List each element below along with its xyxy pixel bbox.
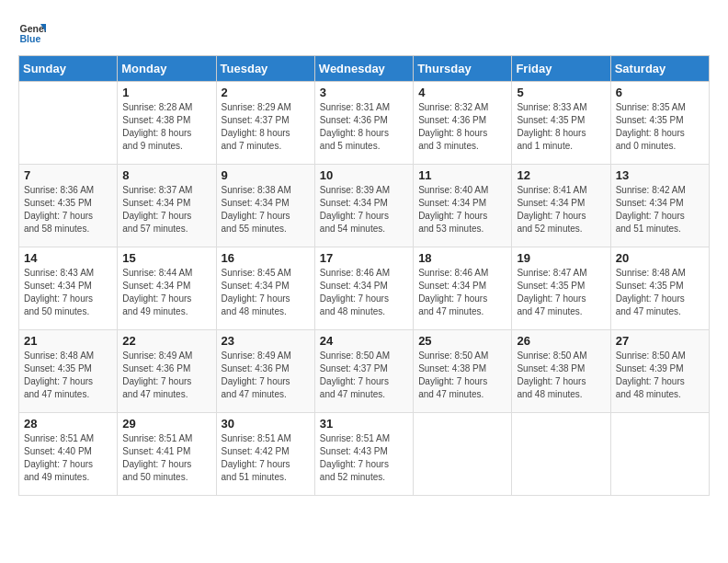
day-number: 6 xyxy=(616,86,704,99)
day-number: 13 xyxy=(616,168,704,182)
weekday-wednesday: Wednesday xyxy=(314,56,413,82)
day-number: 11 xyxy=(418,168,506,182)
day-info: Sunrise: 8:51 AM Sunset: 4:40 PM Dayligh… xyxy=(24,432,112,484)
day-info: Sunrise: 8:32 AM Sunset: 4:36 PM Dayligh… xyxy=(418,101,506,153)
calendar-cell: 19Sunrise: 8:47 AM Sunset: 4:35 PM Dayli… xyxy=(512,247,610,330)
day-number: 7 xyxy=(24,168,112,182)
day-info: Sunrise: 8:51 AM Sunset: 4:43 PM Dayligh… xyxy=(320,432,408,484)
logo-icon: General Blue xyxy=(18,18,46,46)
calendar-cell: 11Sunrise: 8:40 AM Sunset: 4:34 PM Dayli… xyxy=(414,165,512,247)
day-info: Sunrise: 8:44 AM Sunset: 4:34 PM Dayligh… xyxy=(122,267,210,318)
calendar-week-1: 1Sunrise: 8:28 AM Sunset: 4:38 PM Daylig… xyxy=(19,82,710,165)
day-number: 2 xyxy=(222,86,310,99)
day-info: Sunrise: 8:45 AM Sunset: 4:34 PM Dayligh… xyxy=(222,267,310,318)
day-info: Sunrise: 8:50 AM Sunset: 4:37 PM Dayligh… xyxy=(320,350,408,401)
day-number: 30 xyxy=(222,417,310,431)
day-info: Sunrise: 8:48 AM Sunset: 4:35 PM Dayligh… xyxy=(24,350,112,401)
day-info: Sunrise: 8:28 AM Sunset: 4:38 PM Dayligh… xyxy=(122,101,210,153)
svg-text:Blue: Blue xyxy=(20,33,41,44)
calendar-cell: 17Sunrise: 8:46 AM Sunset: 4:34 PM Dayli… xyxy=(314,247,413,330)
day-number: 18 xyxy=(418,251,506,265)
weekday-friday: Friday xyxy=(512,56,610,82)
day-number: 3 xyxy=(320,86,408,99)
calendar-cell: 25Sunrise: 8:50 AM Sunset: 4:38 PM Dayli… xyxy=(414,330,512,413)
calendar-cell: 21Sunrise: 8:48 AM Sunset: 4:35 PM Dayli… xyxy=(19,330,118,413)
day-number: 21 xyxy=(24,334,112,348)
day-info: Sunrise: 8:50 AM Sunset: 4:38 PM Dayligh… xyxy=(517,350,605,401)
day-number: 16 xyxy=(222,251,310,265)
day-info: Sunrise: 8:38 AM Sunset: 4:34 PM Dayligh… xyxy=(222,184,310,236)
day-number: 26 xyxy=(517,334,605,348)
day-info: Sunrise: 8:33 AM Sunset: 4:35 PM Dayligh… xyxy=(517,101,605,153)
calendar-week-2: 7Sunrise: 8:36 AM Sunset: 4:35 PM Daylig… xyxy=(19,165,710,247)
calendar-cell: 12Sunrise: 8:41 AM Sunset: 4:34 PM Dayli… xyxy=(512,165,610,247)
day-info: Sunrise: 8:48 AM Sunset: 4:35 PM Dayligh… xyxy=(616,267,704,318)
calendar-cell: 13Sunrise: 8:42 AM Sunset: 4:34 PM Dayli… xyxy=(610,165,709,247)
calendar-week-4: 21Sunrise: 8:48 AM Sunset: 4:35 PM Dayli… xyxy=(19,330,710,413)
weekday-thursday: Thursday xyxy=(414,56,512,82)
day-info: Sunrise: 8:37 AM Sunset: 4:34 PM Dayligh… xyxy=(122,184,210,236)
day-number: 19 xyxy=(517,251,605,265)
weekday-sunday: Sunday xyxy=(19,56,118,82)
day-number: 12 xyxy=(517,168,605,182)
day-info: Sunrise: 8:39 AM Sunset: 4:34 PM Dayligh… xyxy=(320,184,408,236)
day-number: 27 xyxy=(616,334,704,348)
day-number: 10 xyxy=(320,168,408,182)
day-number: 20 xyxy=(616,251,704,265)
day-info: Sunrise: 8:35 AM Sunset: 4:35 PM Dayligh… xyxy=(616,101,704,153)
day-info: Sunrise: 8:46 AM Sunset: 4:34 PM Dayligh… xyxy=(418,267,506,318)
weekday-tuesday: Tuesday xyxy=(216,56,314,82)
day-number: 23 xyxy=(222,334,310,348)
calendar-cell xyxy=(512,413,610,496)
calendar-cell: 3Sunrise: 8:31 AM Sunset: 4:36 PM Daylig… xyxy=(314,82,413,165)
calendar-cell xyxy=(610,413,709,496)
day-info: Sunrise: 8:50 AM Sunset: 4:39 PM Dayligh… xyxy=(616,350,704,401)
day-info: Sunrise: 8:50 AM Sunset: 4:38 PM Dayligh… xyxy=(418,350,506,401)
calendar-cell: 8Sunrise: 8:37 AM Sunset: 4:34 PM Daylig… xyxy=(118,165,216,247)
calendar-cell: 28Sunrise: 8:51 AM Sunset: 4:40 PM Dayli… xyxy=(19,413,118,496)
day-number: 24 xyxy=(320,334,408,348)
calendar-cell: 15Sunrise: 8:44 AM Sunset: 4:34 PM Dayli… xyxy=(118,247,216,330)
day-number: 17 xyxy=(320,251,408,265)
logo: General Blue xyxy=(18,18,46,46)
calendar-cell: 5Sunrise: 8:33 AM Sunset: 4:35 PM Daylig… xyxy=(512,82,610,165)
calendar-cell: 31Sunrise: 8:51 AM Sunset: 4:43 PM Dayli… xyxy=(314,413,413,496)
calendar-cell: 14Sunrise: 8:43 AM Sunset: 4:34 PM Dayli… xyxy=(19,247,118,330)
day-number: 25 xyxy=(418,334,506,348)
day-info: Sunrise: 8:49 AM Sunset: 4:36 PM Dayligh… xyxy=(222,350,310,401)
day-info: Sunrise: 8:42 AM Sunset: 4:34 PM Dayligh… xyxy=(616,184,704,236)
day-info: Sunrise: 8:29 AM Sunset: 4:37 PM Dayligh… xyxy=(222,101,310,153)
calendar-cell: 23Sunrise: 8:49 AM Sunset: 4:36 PM Dayli… xyxy=(216,330,314,413)
day-number: 31 xyxy=(320,417,408,431)
calendar-cell: 24Sunrise: 8:50 AM Sunset: 4:37 PM Dayli… xyxy=(314,330,413,413)
day-info: Sunrise: 8:43 AM Sunset: 4:34 PM Dayligh… xyxy=(24,267,112,318)
calendar-cell xyxy=(19,82,118,165)
day-number: 14 xyxy=(24,251,112,265)
calendar-cell: 26Sunrise: 8:50 AM Sunset: 4:38 PM Dayli… xyxy=(512,330,610,413)
weekday-monday: Monday xyxy=(118,56,216,82)
day-info: Sunrise: 8:46 AM Sunset: 4:34 PM Dayligh… xyxy=(320,267,408,318)
day-number: 15 xyxy=(122,251,210,265)
calendar-week-3: 14Sunrise: 8:43 AM Sunset: 4:34 PM Dayli… xyxy=(19,247,710,330)
calendar-cell: 30Sunrise: 8:51 AM Sunset: 4:42 PM Dayli… xyxy=(216,413,314,496)
calendar-cell: 4Sunrise: 8:32 AM Sunset: 4:36 PM Daylig… xyxy=(414,82,512,165)
calendar-cell xyxy=(414,413,512,496)
calendar-body: 1Sunrise: 8:28 AM Sunset: 4:38 PM Daylig… xyxy=(19,82,710,496)
calendar-cell: 18Sunrise: 8:46 AM Sunset: 4:34 PM Dayli… xyxy=(414,247,512,330)
day-number: 29 xyxy=(122,417,210,431)
day-number: 28 xyxy=(24,417,112,431)
day-info: Sunrise: 8:40 AM Sunset: 4:34 PM Dayligh… xyxy=(418,184,506,236)
calendar-cell: 29Sunrise: 8:51 AM Sunset: 4:41 PM Dayli… xyxy=(118,413,216,496)
day-info: Sunrise: 8:51 AM Sunset: 4:41 PM Dayligh… xyxy=(122,432,210,484)
day-number: 4 xyxy=(418,86,506,99)
day-number: 5 xyxy=(517,86,605,99)
calendar-cell: 10Sunrise: 8:39 AM Sunset: 4:34 PM Dayli… xyxy=(314,165,413,247)
weekday-header-row: SundayMondayTuesdayWednesdayThursdayFrid… xyxy=(19,56,710,82)
weekday-saturday: Saturday xyxy=(610,56,709,82)
day-number: 8 xyxy=(122,168,210,182)
calendar-cell: 2Sunrise: 8:29 AM Sunset: 4:37 PM Daylig… xyxy=(216,82,314,165)
calendar-table: SundayMondayTuesdayWednesdayThursdayFrid… xyxy=(18,55,710,496)
calendar-cell: 27Sunrise: 8:50 AM Sunset: 4:39 PM Dayli… xyxy=(610,330,709,413)
calendar-cell: 7Sunrise: 8:36 AM Sunset: 4:35 PM Daylig… xyxy=(19,165,118,247)
calendar-cell: 22Sunrise: 8:49 AM Sunset: 4:36 PM Dayli… xyxy=(118,330,216,413)
